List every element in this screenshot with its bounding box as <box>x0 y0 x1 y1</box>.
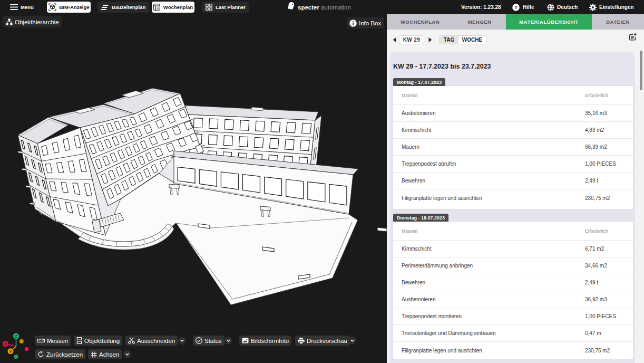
svg-text:X: X <box>4 341 7 346</box>
svg-text:?: ? <box>514 4 518 10</box>
svg-text:Y: Y <box>9 349 12 354</box>
svg-text:Z: Z <box>15 334 17 339</box>
